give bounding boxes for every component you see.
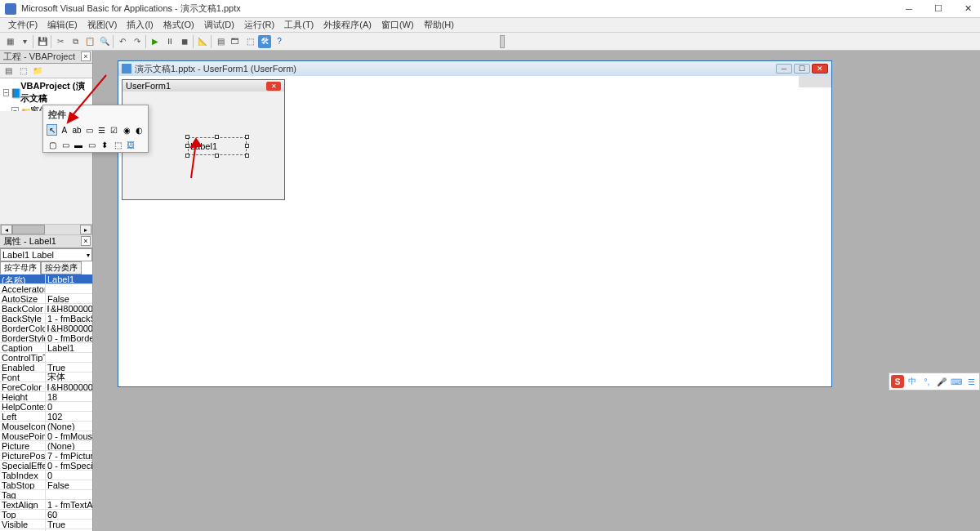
minimize-button[interactable]: ─: [902, 3, 916, 15]
property-value[interactable]: Label1: [46, 274, 92, 283]
property-value[interactable]: True: [46, 520, 92, 529]
property-value[interactable]: 18: [46, 392, 92, 401]
undo-icon[interactable]: ↶: [116, 35, 129, 48]
run-icon[interactable]: ▶: [149, 35, 162, 48]
ime-keyboard-icon[interactable]: ⌨: [950, 375, 963, 388]
property-row[interactable]: ControlTipText: [0, 353, 92, 363]
property-value[interactable]: [46, 353, 92, 362]
scroll-thumb[interactable]: [12, 225, 45, 234]
properties-close-icon[interactable]: ×: [81, 236, 91, 246]
properties-grid[interactable]: (名称)Label1AcceleratorAutoSizeFalseBackCo…: [0, 274, 92, 531]
tab-alphabetic[interactable]: 按字母序: [0, 261, 41, 274]
toolbar-handle[interactable]: [500, 35, 505, 48]
insert-userform-icon[interactable]: ▾: [18, 35, 31, 48]
property-value[interactable]: 0 - fmBorderS: [46, 333, 92, 342]
menu-edit[interactable]: 编辑(E): [42, 19, 82, 31]
pointer-tool-icon[interactable]: ↖: [47, 124, 57, 136]
property-row[interactable]: EnabledTrue: [0, 363, 92, 373]
checkbox-tool-icon[interactable]: ☑: [109, 124, 119, 136]
menu-view[interactable]: 视图(V): [82, 19, 122, 31]
design-mode-icon[interactable]: 📐: [196, 35, 209, 48]
object-browser-icon[interactable]: ⬚: [243, 35, 256, 48]
ime-settings-icon[interactable]: ☰: [964, 375, 978, 388]
tab-categorized[interactable]: 按分类序: [41, 261, 82, 274]
property-value[interactable]: False: [46, 294, 92, 303]
property-value[interactable]: 7 - fmPicture: [46, 451, 92, 460]
menu-tools[interactable]: 工具(T): [279, 19, 318, 31]
textbox-tool-icon[interactable]: ab: [72, 124, 82, 136]
ime-mic-icon[interactable]: 🎤: [935, 375, 948, 388]
save-icon[interactable]: 💾: [36, 35, 49, 48]
reset-icon[interactable]: ◼: [178, 35, 191, 48]
view-object-icon[interactable]: ⬚: [16, 65, 29, 77]
menu-window[interactable]: 窗口(W): [376, 19, 419, 31]
property-row[interactable]: VisibleTrue: [0, 520, 92, 529]
cut-icon[interactable]: ✂: [54, 35, 67, 48]
resize-handle[interactable]: [245, 144, 249, 148]
tabstrip-tool-icon[interactable]: ▬: [73, 139, 84, 150]
help-icon[interactable]: ?: [273, 35, 286, 48]
property-value[interactable]: 0: [46, 402, 92, 411]
property-value[interactable]: [46, 284, 92, 293]
property-value[interactable]: 0 - fmSpecial: [46, 461, 92, 470]
child-minimize-button[interactable]: ─: [776, 64, 792, 74]
ime-toolbar[interactable]: S 中 °, 🎤 ⌨ ☰: [889, 373, 980, 390]
folder-toggle-icon[interactable]: 📁: [31, 65, 44, 77]
property-value[interactable]: [46, 490, 92, 499]
copy-icon[interactable]: ⧉: [69, 35, 82, 48]
property-value[interactable]: 60: [46, 510, 92, 519]
maximize-button[interactable]: ☐: [931, 3, 946, 15]
menu-insert[interactable]: 插入(I): [122, 19, 158, 31]
view-code-icon[interactable]: ▤: [2, 65, 15, 77]
property-row[interactable]: Left102: [0, 412, 92, 422]
menu-debug[interactable]: 调试(D): [199, 19, 239, 31]
image-tool-icon[interactable]: 🖼: [125, 139, 136, 150]
menu-help[interactable]: 帮助(H): [419, 19, 459, 31]
toolbox-icon[interactable]: 🛠: [258, 35, 271, 48]
find-icon[interactable]: 🔍: [98, 35, 111, 48]
property-value[interactable]: &H8000000F&: [46, 304, 92, 313]
property-value[interactable]: Label1: [46, 343, 92, 352]
menu-file[interactable]: 文件(F): [3, 19, 42, 31]
break-icon[interactable]: ⏸: [163, 35, 176, 48]
label-tool-icon[interactable]: A: [59, 124, 69, 136]
child-close-button[interactable]: ✕: [812, 64, 828, 74]
property-value[interactable]: 0 - fmMousePo: [46, 431, 92, 440]
property-row[interactable]: Top60: [0, 510, 92, 520]
scrollbar-tool-icon[interactable]: ⬍: [99, 139, 110, 150]
resize-handle[interactable]: [245, 135, 249, 139]
resize-handle[interactable]: [245, 154, 249, 158]
property-row[interactable]: AutoSizeFalse: [0, 294, 92, 304]
frame-tool-icon[interactable]: ▢: [47, 139, 58, 150]
redo-icon[interactable]: ↷: [131, 35, 144, 48]
property-row[interactable]: TabIndex0: [0, 471, 92, 480]
property-row[interactable]: MousePointer0 - fmMousePo: [0, 431, 92, 441]
listbox-tool-icon[interactable]: ☰: [96, 124, 107, 136]
multipage-tool-icon[interactable]: ▭: [86, 139, 97, 150]
expand-icon[interactable]: −: [3, 89, 9, 96]
property-value[interactable]: 1 - fmTextAli: [46, 500, 92, 509]
paste-icon[interactable]: 📋: [83, 35, 96, 48]
menu-format[interactable]: 格式(O): [158, 19, 199, 31]
property-value[interactable]: 102: [46, 412, 92, 421]
menu-addins[interactable]: 外接程序(A): [318, 19, 376, 31]
view-ppt-icon[interactable]: ▦: [3, 35, 16, 48]
property-row[interactable]: Picture(None): [0, 441, 92, 451]
combobox-tool-icon[interactable]: ▭: [84, 124, 95, 136]
menu-run[interactable]: 运行(R): [239, 19, 279, 31]
property-row[interactable]: Height18: [0, 392, 92, 402]
property-row[interactable]: ForeColor&H80000012&: [0, 382, 92, 392]
project-explorer-icon[interactable]: ▤: [214, 35, 227, 48]
property-value[interactable]: &H80000006&: [46, 324, 92, 332]
property-value[interactable]: False: [46, 480, 92, 489]
ime-logo-icon[interactable]: S: [891, 375, 904, 388]
property-value[interactable]: (None): [46, 422, 92, 431]
property-row[interactable]: TextAlign1 - fmTextAli: [0, 500, 92, 510]
scroll-right-icon[interactable]: ▸: [80, 225, 91, 234]
property-row[interactable]: CaptionLabel1: [0, 343, 92, 353]
property-row[interactable]: Tag: [0, 490, 92, 500]
spinbutton-tool-icon[interactable]: ⬚: [112, 139, 123, 150]
property-value[interactable]: 1 - fmBackSty: [46, 314, 92, 323]
ime-punct-icon[interactable]: °,: [920, 375, 933, 388]
property-row[interactable]: BorderStyle0 - fmBorderS: [0, 333, 92, 343]
